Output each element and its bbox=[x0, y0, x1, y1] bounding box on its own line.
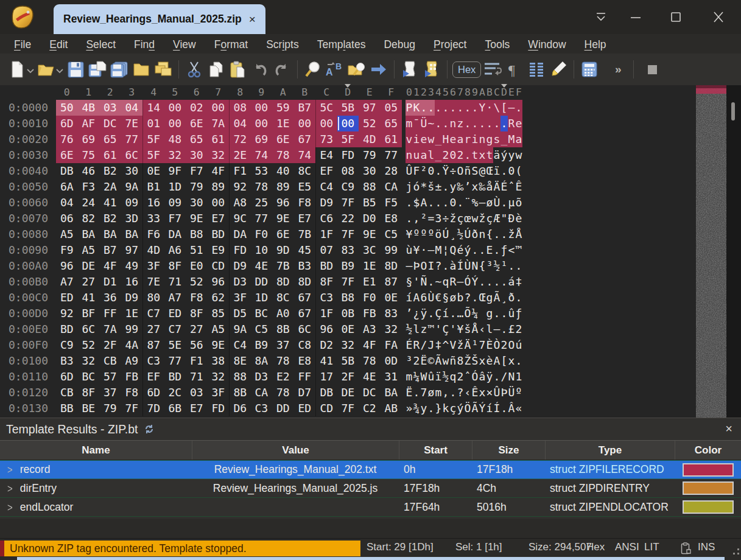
hex-byte-cell[interactable]: 04 bbox=[229, 116, 251, 131]
hex-char-cell[interactable]: . bbox=[427, 195, 435, 211]
hex-byte-cell[interactable]: A8 bbox=[229, 195, 251, 211]
hex-char-cell[interactable]: r bbox=[464, 131, 471, 147]
hex-byte-cell[interactable]: D3 bbox=[251, 369, 273, 385]
hex-char-cell[interactable]: z bbox=[420, 321, 427, 337]
hex-char-cell[interactable]: z bbox=[457, 116, 464, 131]
hex-char-cell[interactable]: · bbox=[486, 100, 493, 116]
hex-char-cell[interactable]: ¸ bbox=[449, 226, 457, 242]
hex-byte-cell[interactable]: 1E bbox=[359, 258, 381, 274]
hex-char-cell[interactable]: Ã bbox=[471, 401, 479, 416]
hex-byte-cell[interactable]: 27 bbox=[142, 321, 164, 337]
hex-byte-cell[interactable]: 7F bbox=[121, 401, 143, 416]
hex-char-cell[interactable]: Ó bbox=[471, 369, 479, 385]
hex-char-cell[interactable]: . bbox=[413, 385, 420, 401]
expand-chevron-icon[interactable]: > bbox=[7, 463, 13, 476]
hex-char-cell[interactable]: ö bbox=[435, 226, 442, 242]
hex-byte-cell[interactable]: 9F bbox=[164, 163, 186, 179]
hex-byte-cell[interactable]: 02 bbox=[186, 100, 208, 116]
hex-byte-cell[interactable]: 7F bbox=[337, 274, 359, 290]
hex-char-cell[interactable]: ‰ bbox=[457, 179, 464, 195]
hex-byte-cell[interactable]: 08 bbox=[229, 100, 251, 116]
hex-char-cell[interactable]: 0 bbox=[427, 163, 435, 179]
hex-byte-cell[interactable]: 37 bbox=[272, 337, 294, 353]
hex-char-cell[interactable]: y bbox=[420, 401, 427, 416]
hex-byte-cell[interactable]: 3F bbox=[208, 385, 230, 401]
hex-byte-cell[interactable]: 78 bbox=[272, 385, 294, 401]
hex-byte-cell[interactable]: D9 bbox=[121, 290, 143, 306]
hex-byte-cell[interactable]: 1E bbox=[272, 116, 294, 131]
hex-char-cell[interactable]: \ bbox=[493, 100, 500, 116]
hex-char-cell[interactable]: í bbox=[442, 306, 449, 321]
hex-byte-cell[interactable]: 2F bbox=[337, 369, 359, 385]
hex-byte-cell[interactable]: 6D bbox=[56, 116, 78, 131]
hex-char-cell[interactable]: M bbox=[435, 242, 442, 258]
hex-char-cell[interactable]: ¼ bbox=[413, 369, 420, 385]
hex-mode-button[interactable]: Hex bbox=[452, 61, 481, 78]
hex-byte-cell[interactable]: A9 bbox=[121, 353, 143, 369]
hex-byte-cell[interactable]: 40 bbox=[272, 163, 294, 179]
hex-byte-cell[interactable]: 61 bbox=[381, 131, 402, 147]
hex-char-cell[interactable]: ³ bbox=[486, 258, 493, 274]
hex-byte-cell[interactable]: 6E bbox=[56, 147, 78, 163]
hex-char-cell[interactable]: Ê bbox=[515, 179, 522, 195]
hex-byte-cell[interactable]: 77 bbox=[381, 147, 402, 163]
hex-byte-cell[interactable]: BD bbox=[208, 226, 230, 242]
hex-byte-cell[interactable]: D7 bbox=[294, 385, 316, 401]
hex-char-cell[interactable]: . bbox=[457, 100, 464, 116]
hex-byte-cell[interactable]: FF bbox=[99, 306, 121, 321]
hex-byte-cell[interactable]: 37 bbox=[99, 385, 121, 401]
hex-byte-cell[interactable]: 30 bbox=[186, 195, 208, 211]
hex-byte-cell[interactable]: 9A bbox=[121, 179, 143, 195]
hex-char-cell[interactable]: b bbox=[457, 290, 464, 306]
hex-byte-cell[interactable]: 00 bbox=[251, 100, 273, 116]
column-header-size[interactable]: Size bbox=[472, 441, 545, 460]
hex-char-cell[interactable]: Š bbox=[471, 353, 479, 369]
hex-byte-cell[interactable]: 0E bbox=[381, 290, 402, 306]
hex-byte-cell[interactable]: 16 bbox=[121, 274, 143, 290]
hex-char-cell[interactable]: Ü bbox=[508, 385, 515, 401]
hex-byte-cell[interactable]: 71 bbox=[186, 369, 208, 385]
hex-byte-cell[interactable]: 59 bbox=[272, 100, 294, 116]
hex-byte-cell[interactable]: CB bbox=[56, 385, 78, 401]
hex-byte-cell[interactable]: 4F bbox=[208, 163, 230, 179]
hex-byte-cell[interactable]: D9 bbox=[229, 258, 251, 274]
hex-byte-cell[interactable]: F8 bbox=[294, 195, 316, 211]
hex-byte-cell[interactable]: F7 bbox=[186, 163, 208, 179]
hex-char-cell[interactable]: w bbox=[442, 353, 449, 369]
hex-byte-cell[interactable]: 67 bbox=[294, 290, 316, 306]
hex-byte-cell[interactable]: C7 bbox=[164, 321, 186, 337]
hex-byte-cell[interactable]: 41 bbox=[78, 290, 100, 306]
hex-byte-cell[interactable]: 3D bbox=[121, 211, 143, 226]
hex-char-cell[interactable]: Þ bbox=[500, 385, 508, 401]
hex-byte-cell[interactable]: 3C bbox=[359, 242, 381, 258]
hex-char-cell[interactable]: l bbox=[413, 321, 420, 337]
hex-char-cell[interactable]: ‡ bbox=[435, 337, 442, 353]
hex-byte-cell[interactable]: 04 bbox=[121, 100, 143, 116]
hex-char-cell[interactable]: . bbox=[464, 100, 471, 116]
hex-byte-cell[interactable]: 33 bbox=[142, 211, 164, 226]
menu-window[interactable]: Window bbox=[519, 34, 575, 54]
hex-byte-cell[interactable]: ED bbox=[56, 290, 78, 306]
hex-byte-cell[interactable]: 96 bbox=[56, 258, 78, 274]
hex-char-cell[interactable]: [ bbox=[500, 100, 508, 116]
hex-byte-cell[interactable]: BB bbox=[56, 401, 78, 416]
undo-button[interactable] bbox=[250, 57, 270, 82]
hex-byte-cell[interactable]: DC bbox=[99, 116, 121, 131]
hex-char-cell[interactable]: Ý bbox=[471, 274, 479, 290]
hex-char-cell[interactable]: 7 bbox=[479, 337, 486, 353]
hex-byte-cell[interactable]: BD bbox=[315, 258, 337, 274]
column-header-type[interactable]: Type bbox=[545, 441, 675, 460]
hex-byte-cell[interactable]: E9 bbox=[208, 242, 230, 258]
hex-byte-cell[interactable]: 9D bbox=[272, 242, 294, 258]
hex-char-cell[interactable]: ' bbox=[413, 274, 420, 290]
hex-byte-cell[interactable]: 9E bbox=[359, 226, 381, 242]
hex-byte-cell[interactable]: 10 bbox=[251, 242, 273, 258]
hex-byte-cell[interactable]: 8C bbox=[294, 163, 316, 179]
minimize-button[interactable] bbox=[622, 7, 649, 27]
hex-char-cell[interactable]: Ð bbox=[508, 211, 515, 226]
hex-byte-cell[interactable]: A5 bbox=[208, 321, 230, 337]
hex-char-cell[interactable]: Ç bbox=[435, 306, 442, 321]
hex-byte-cell[interactable]: 7F bbox=[337, 226, 359, 242]
hex-char-cell[interactable]: l bbox=[486, 321, 493, 337]
hex-char-cell[interactable]: 7 bbox=[420, 385, 427, 401]
